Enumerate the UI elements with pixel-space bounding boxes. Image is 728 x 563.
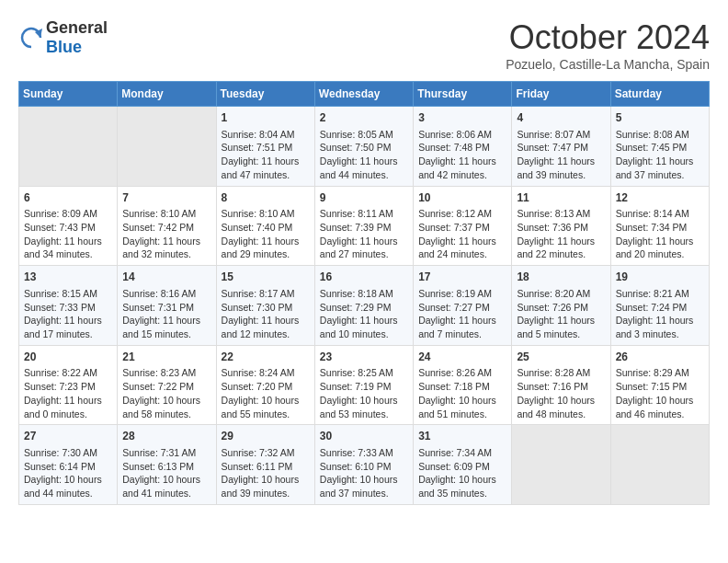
cell-content: Sunset: 6:11 PM [222,460,310,474]
day-number: 31 [418,429,506,444]
cell-content: Daylight: 11 hours and 29 minutes. [222,235,310,261]
calendar-cell: 26Sunrise: 8:29 AMSunset: 7:15 PMDayligh… [610,345,709,425]
cell-content: Daylight: 11 hours and 12 minutes. [222,314,310,340]
cell-content: Sunset: 7:37 PM [418,221,506,235]
cell-content: Sunrise: 8:25 AM [320,366,408,380]
cell-content: Sunrise: 8:10 AM [122,207,210,221]
cell-content: Sunset: 6:10 PM [320,460,408,474]
cell-content: Daylight: 10 hours and 48 minutes. [517,394,605,420]
calendar-cell: 18Sunrise: 8:20 AMSunset: 7:26 PMDayligh… [512,266,610,346]
cell-content: Daylight: 10 hours and 58 minutes. [122,394,210,420]
cell-content: Sunrise: 8:28 AM [517,366,605,380]
calendar-cell: 8Sunrise: 8:10 AMSunset: 7:40 PMDaylight… [216,186,314,266]
calendar-week-row: 13Sunrise: 8:15 AMSunset: 7:33 PMDayligh… [19,266,710,346]
logo-text-general: General [46,18,108,37]
cell-content: Daylight: 10 hours and 41 minutes. [122,473,210,500]
cell-content: Sunset: 7:51 PM [222,141,310,155]
calendar-cell: 24Sunrise: 8:26 AMSunset: 7:18 PMDayligh… [414,345,512,425]
cell-content: Sunrise: 8:06 AM [418,128,506,142]
cell-content: Daylight: 11 hours and 17 minutes. [24,314,112,340]
day-number: 13 [24,270,112,285]
cell-content: Sunrise: 8:04 AM [222,128,310,142]
day-number: 27 [24,429,112,444]
day-number: 23 [320,350,408,365]
cell-content: Sunrise: 8:13 AM [517,207,605,221]
cell-content: Sunset: 7:33 PM [24,301,112,315]
logo-icon [18,25,44,51]
calendar-cell: 3Sunrise: 8:06 AMSunset: 7:48 PMDaylight… [414,107,512,187]
cell-content: Sunset: 7:20 PM [222,380,310,394]
calendar-week-row: 6Sunrise: 8:09 AMSunset: 7:43 PMDaylight… [19,186,710,266]
day-header-thursday: Thursday [414,82,512,107]
cell-content: Daylight: 10 hours and 44 minutes. [24,473,112,500]
cell-content: Sunrise: 8:17 AM [222,287,310,301]
cell-content: Sunset: 7:26 PM [517,301,605,315]
calendar-week-row: 27Sunrise: 7:30 AMSunset: 6:14 PMDayligh… [19,425,710,505]
cell-content: Daylight: 11 hours and 44 minutes. [320,155,408,181]
day-number: 5 [616,110,704,126]
calendar-cell: 15Sunrise: 8:17 AMSunset: 7:30 PMDayligh… [216,266,314,346]
cell-content: Sunset: 7:45 PM [616,141,704,155]
cell-content: Sunset: 7:39 PM [320,221,408,235]
calendar-cell: 21Sunrise: 8:23 AMSunset: 7:22 PMDayligh… [118,345,216,425]
day-number: 10 [418,190,506,206]
cell-content: Sunset: 6:13 PM [122,460,210,474]
calendar-cell: 2Sunrise: 8:05 AMSunset: 7:50 PMDaylight… [314,107,413,187]
day-number: 19 [616,270,704,285]
calendar-cell: 11Sunrise: 8:13 AMSunset: 7:36 PMDayligh… [512,186,610,266]
day-header-tuesday: Tuesday [216,82,314,107]
cell-content: Sunrise: 8:29 AM [616,366,704,380]
cell-content: Daylight: 11 hours and 20 minutes. [616,235,704,261]
cell-content: Daylight: 11 hours and 10 minutes. [320,314,408,340]
calendar-cell: 12Sunrise: 8:14 AMSunset: 7:34 PMDayligh… [610,186,709,266]
day-number: 2 [320,110,408,126]
cell-content: Sunrise: 8:07 AM [517,128,605,142]
location: Pozuelo, Castille-La Mancha, Spain [506,57,710,72]
cell-content: Daylight: 10 hours and 37 minutes. [320,473,408,500]
day-number: 30 [320,429,408,444]
cell-content: Sunset: 7:42 PM [122,221,210,235]
calendar-cell: 1Sunrise: 8:04 AMSunset: 7:51 PMDaylight… [216,107,314,187]
cell-content: Sunset: 7:31 PM [122,301,210,315]
cell-content: Daylight: 11 hours and 47 minutes. [222,155,310,181]
calendar-cell: 31Sunrise: 7:34 AMSunset: 6:09 PMDayligh… [414,425,512,505]
calendar-cell: 19Sunrise: 8:21 AMSunset: 7:24 PMDayligh… [610,266,709,346]
calendar-cell: 30Sunrise: 7:33 AMSunset: 6:10 PMDayligh… [314,425,413,505]
calendar-header-row: SundayMondayTuesdayWednesdayThursdayFrid… [19,82,710,107]
calendar-cell: 16Sunrise: 8:18 AMSunset: 7:29 PMDayligh… [314,266,413,346]
cell-content: Daylight: 10 hours and 39 minutes. [222,473,310,500]
cell-content: Daylight: 11 hours and 34 minutes. [24,235,112,261]
day-header-wednesday: Wednesday [314,82,413,107]
cell-content: Daylight: 11 hours and 22 minutes. [517,235,605,261]
calendar-cell: 29Sunrise: 7:32 AMSunset: 6:11 PMDayligh… [216,425,314,505]
day-number: 1 [222,110,310,126]
cell-content: Sunrise: 8:09 AM [24,207,112,221]
cell-content: Daylight: 11 hours and 5 minutes. [517,314,605,340]
calendar-cell [610,425,709,505]
cell-content: Daylight: 11 hours and 37 minutes. [616,155,704,181]
cell-content: Daylight: 11 hours and 27 minutes. [320,235,408,261]
day-number: 6 [24,190,112,206]
cell-content: Daylight: 10 hours and 35 minutes. [418,473,506,500]
cell-content: Sunset: 7:24 PM [616,301,704,315]
calendar-cell: 22Sunrise: 8:24 AMSunset: 7:20 PMDayligh… [216,345,314,425]
day-number: 4 [517,110,605,126]
cell-content: Sunrise: 8:21 AM [616,287,704,301]
calendar-cell: 14Sunrise: 8:16 AMSunset: 7:31 PMDayligh… [118,266,216,346]
day-number: 8 [222,190,310,206]
cell-content: Sunrise: 7:34 AM [418,446,506,460]
cell-content: Sunset: 6:14 PM [24,460,112,474]
calendar-week-row: 1Sunrise: 8:04 AMSunset: 7:51 PMDaylight… [19,107,710,187]
cell-content: Daylight: 11 hours and 15 minutes. [122,314,210,340]
cell-content: Sunrise: 8:10 AM [222,207,310,221]
day-number: 22 [222,350,310,365]
day-header-monday: Monday [118,82,216,107]
calendar-cell: 6Sunrise: 8:09 AMSunset: 7:43 PMDaylight… [19,186,118,266]
cell-content: Daylight: 10 hours and 51 minutes. [418,394,506,420]
cell-content: Sunset: 7:29 PM [320,301,408,315]
cell-content: Sunrise: 7:31 AM [122,446,210,460]
calendar-cell: 10Sunrise: 8:12 AMSunset: 7:37 PMDayligh… [414,186,512,266]
cell-content: Sunrise: 8:24 AM [222,366,310,380]
calendar-cell [512,425,610,505]
cell-content: Daylight: 11 hours and 39 minutes. [517,155,605,181]
